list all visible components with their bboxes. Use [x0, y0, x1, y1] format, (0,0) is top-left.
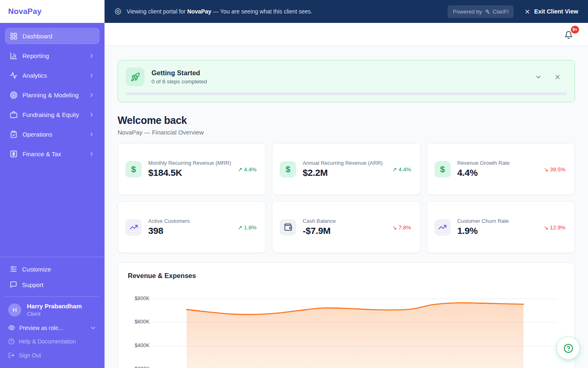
- metric-value: 1.9%: [457, 226, 509, 236]
- metric-card-revenue-growth[interactable]: $ Revenue Growth Rate 4.4% ↘ 39.5%: [427, 143, 575, 195]
- activity-icon: [10, 72, 18, 79]
- metric-value: $2.2M: [303, 168, 383, 178]
- user-block: H Harry Prabandham Client: [5, 296, 100, 321]
- revenue-area-fill: [187, 303, 523, 368]
- sidebar-item-reporting[interactable]: Reporting: [5, 47, 100, 64]
- chart-title: Revenue & Expenses: [118, 263, 575, 280]
- preview-as-role-selector[interactable]: Preview as role...: [5, 321, 100, 334]
- metric-card-cash-balance[interactable]: Cash Balance -$7.9M ↘ 7.8%: [272, 201, 420, 253]
- metric-value: -$7.9M: [303, 226, 336, 236]
- metric-card-churn-rate[interactable]: Customer Churn Rate 1.9% ↘ 12.9%: [427, 201, 575, 253]
- metric-label: Revenue Growth Rate: [457, 160, 510, 166]
- notifications-button[interactable]: 9+: [564, 29, 575, 40]
- page-subtitle: NovaPay — Financial Overview: [118, 129, 575, 136]
- help-circle-icon: [8, 338, 15, 345]
- rocket-icon: [126, 67, 145, 86]
- eye-circle-icon: [114, 8, 122, 15]
- clipboard-check-icon: [10, 130, 18, 138]
- metric-label: Customer Churn Rate: [457, 218, 509, 224]
- metric-label: Monthly Recurring Revenue (MRR): [148, 160, 231, 166]
- metric-label: Active Customers: [148, 218, 190, 224]
- getting-started-subtitle: 0 of 6 steps completed: [151, 79, 207, 85]
- main-content: Getting Started 0 of 6 steps completed W…: [105, 46, 588, 368]
- notification-badge: 9+: [571, 26, 579, 34]
- sidebar-item-customize[interactable]: Customize: [5, 261, 100, 277]
- preview-label: Preview as role...: [19, 325, 63, 331]
- help-label: Help & Documentation: [19, 338, 76, 345]
- powered-by-label: Powered by: [453, 9, 482, 15]
- brand-label: ClariFi: [492, 9, 508, 15]
- sidebar-item-label: Dashboard: [22, 33, 52, 40]
- chevron-down-icon: [90, 325, 96, 331]
- metric-delta: ↗ 4.4%: [392, 166, 411, 173]
- avatar: H: [8, 303, 21, 316]
- signout-label: Sign Out: [19, 352, 41, 359]
- metric-delta: ↗ 4.4%: [238, 166, 256, 173]
- client-portal-dashboard: { "sidebar": { "logo": "NovaPay", "items…: [0, 0, 588, 368]
- chevron-right-icon: [89, 131, 95, 137]
- sidebar-item-label: Finance & Tax: [22, 150, 61, 157]
- metric-value: 4.4%: [457, 168, 510, 178]
- sidebar-nav: Dashboard Reporting Analytics Planning &…: [0, 23, 105, 257]
- metric-card-active-customers[interactable]: Active Customers 398 ↗ 1.8%: [118, 201, 266, 253]
- wallet-icon: [280, 219, 296, 236]
- log-out-icon: [8, 352, 15, 359]
- sidebar-item-planning-modeling[interactable]: Planning & Modeling: [5, 87, 100, 103]
- sidebar-item-fundraising-equity[interactable]: Fundraising & Equity: [5, 106, 100, 123]
- dollar-icon: $: [280, 161, 296, 177]
- chevron-right-icon: [89, 72, 95, 79]
- chevron-right-icon: [89, 151, 95, 157]
- app-logo: NovaPay: [8, 7, 42, 16]
- sidebar-item-label: Fundraising & Equity: [22, 111, 79, 118]
- onboarding-progress-bar: [126, 92, 567, 95]
- metric-delta: ↘ 12.9%: [544, 224, 566, 231]
- briefcase-icon: [10, 111, 18, 119]
- sidebar-item-label: Analytics: [22, 72, 47, 79]
- metric-value: 398: [148, 226, 190, 236]
- sidebar-item-label: Customize: [22, 266, 51, 273]
- chevron-right-icon: [89, 92, 95, 98]
- chevron-right-icon: [89, 53, 95, 59]
- metric-card-mrr[interactable]: $ Monthly Recurring Revenue (MRR) $184.5…: [118, 143, 266, 195]
- dismiss-icon[interactable]: [554, 74, 561, 81]
- client-view-banner: Viewing client portal for NovaPay — You …: [105, 0, 588, 23]
- sidebar-item-label: Reporting: [22, 52, 49, 59]
- sidebar-item-support[interactable]: Support: [5, 277, 100, 292]
- sidebar: NovaPay Dashboard Reporting Analytics Pl…: [0, 0, 105, 368]
- sidebar-item-analytics[interactable]: Analytics: [5, 67, 100, 83]
- banner-text: Viewing client portal for NovaPay — You …: [127, 8, 312, 15]
- sidebar-item-label: Operations: [22, 131, 52, 138]
- user-role: Client: [27, 311, 82, 317]
- bar-chart-icon: [10, 52, 18, 60]
- page-title: Welcome back: [118, 114, 575, 126]
- help-fab-button[interactable]: [557, 337, 580, 360]
- sidebar-item-label: Planning & Modeling: [22, 92, 79, 99]
- sparkles-icon: [484, 9, 490, 14]
- sidebar-item-dashboard[interactable]: Dashboard: [5, 28, 100, 44]
- metric-delta: ↘ 39.5%: [544, 166, 566, 173]
- exit-label: Exit Client View: [534, 8, 578, 15]
- sidebar-item-finance-tax[interactable]: Finance & Tax: [5, 146, 100, 162]
- sliders-icon: [10, 265, 17, 273]
- metric-delta: ↗ 1.8%: [238, 224, 256, 231]
- powered-by-chip[interactable]: Powered by ClariFi: [448, 5, 514, 18]
- area-chart-svg: [118, 284, 575, 368]
- sign-out-button[interactable]: Sign Out: [5, 348, 100, 362]
- trending-up-icon: [125, 219, 142, 236]
- chevron-right-icon: [89, 112, 95, 118]
- help-circle-icon: [564, 343, 573, 353]
- collapse-chevron-icon[interactable]: [535, 74, 542, 81]
- help-documentation-link[interactable]: Help & Documentation: [5, 334, 100, 348]
- user-name: Harry Prabandham: [27, 303, 82, 310]
- metric-card-arr[interactable]: $ Annual Recurring Revenue (ARR) $2.2M ↗…: [272, 143, 420, 195]
- getting-started-title: Getting Started: [151, 69, 207, 77]
- sidebar-item-operations[interactable]: Operations: [5, 126, 100, 142]
- target-icon: [10, 91, 18, 99]
- close-icon: [524, 9, 530, 15]
- revenue-expenses-chart[interactable]: $800K $600K $400K $200K: [118, 284, 575, 368]
- metric-delta: ↘ 7.8%: [392, 224, 411, 231]
- dollar-square-icon: [10, 150, 18, 158]
- exit-client-view-button[interactable]: Exit Client View: [524, 8, 578, 15]
- metric-label: Annual Recurring Revenue (ARR): [303, 160, 383, 166]
- eye-icon: [8, 324, 15, 331]
